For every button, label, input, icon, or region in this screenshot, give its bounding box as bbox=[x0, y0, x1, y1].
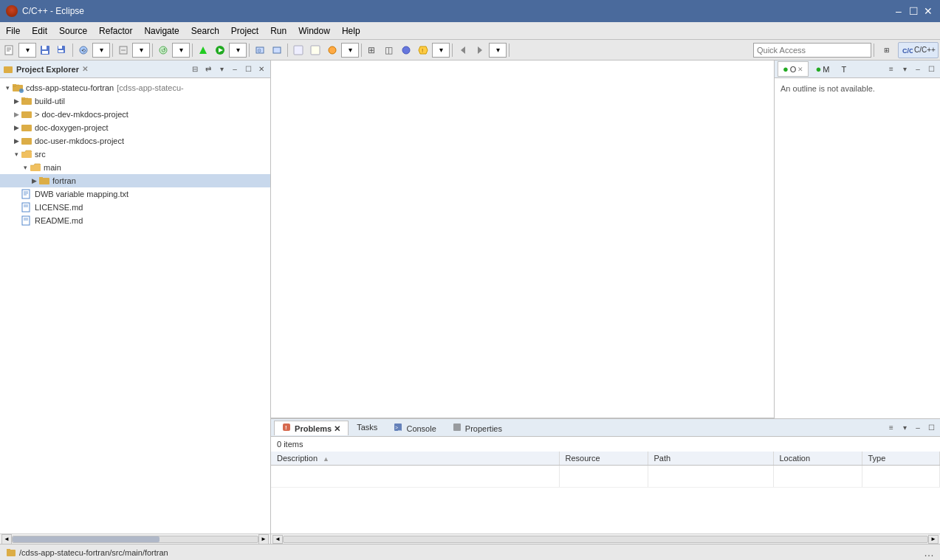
toolbar-dropdown-11[interactable]: ▾ bbox=[341, 43, 359, 58]
toolbar-btn-8[interactable] bbox=[269, 42, 285, 58]
toolbar-dropdown-5[interactable]: ▾ bbox=[172, 43, 190, 58]
bottom-maximize-button[interactable]: ☐ bbox=[925, 422, 937, 434]
menu-file[interactable]: File bbox=[0, 22, 26, 39]
tree-item-dwb[interactable]: DWB variable mapping.txt bbox=[0, 187, 270, 201]
tab-outline-close[interactable]: ✕ bbox=[797, 66, 803, 73]
close-window-button[interactable]: ✕ bbox=[922, 5, 934, 17]
col-type[interactable]: Type bbox=[862, 452, 940, 466]
tree-item-fortran[interactable]: ▶ fortran bbox=[0, 174, 270, 187]
bottom-minimize-button[interactable]: – bbox=[912, 422, 924, 434]
maximize-button[interactable]: ☐ bbox=[908, 5, 919, 17]
toolbar-debug-dropdown[interactable]: ▾ bbox=[432, 43, 450, 58]
menu-help[interactable]: Help bbox=[336, 22, 366, 39]
collapse-all-button[interactable]: ⊟ bbox=[189, 63, 201, 75]
tab-console[interactable]: >_ Console bbox=[385, 421, 444, 435]
toolbar-btn-4[interactable] bbox=[115, 42, 131, 58]
cpp-perspective-button[interactable]: C/C C/C++ bbox=[898, 42, 939, 58]
tree-item-doc-dev[interactable]: ▶ > doc-dev-mkdocs-project bbox=[0, 108, 270, 121]
tree-item-src[interactable]: ▾ src bbox=[0, 148, 270, 161]
outline-maximize-button[interactable]: ☐ bbox=[925, 63, 937, 75]
project-explorer-title: Project Explorer ✕ bbox=[3, 64, 88, 75]
bottom-menu-button[interactable]: ▾ bbox=[899, 422, 910, 434]
col-resource[interactable]: Resource bbox=[559, 452, 648, 466]
menu-run[interactable]: Run bbox=[264, 22, 292, 39]
menu-refactor[interactable]: Refactor bbox=[93, 22, 138, 39]
tab-problems[interactable]: ! Problems ✕ bbox=[274, 421, 349, 435]
toolbar-save-button[interactable] bbox=[37, 42, 53, 58]
eclipse-icon bbox=[6, 5, 18, 17]
menu-project[interactable]: Project bbox=[225, 22, 264, 39]
project-explorer-close-button[interactable]: ✕ bbox=[255, 63, 267, 75]
quick-access-input[interactable] bbox=[753, 43, 871, 58]
toolbar-btn-14[interactable] bbox=[398, 42, 414, 58]
toolbar-btn-11[interactable] bbox=[324, 42, 340, 58]
scroll-right-button[interactable]: ► bbox=[258, 534, 269, 545]
scrollthumb[interactable] bbox=[13, 536, 159, 542]
menu-search[interactable]: Search bbox=[185, 22, 225, 39]
problems-scrolltrack[interactable] bbox=[283, 536, 928, 543]
scroll-left-button[interactable]: ◄ bbox=[1, 534, 12, 545]
outline-minimize-button[interactable]: – bbox=[912, 63, 924, 75]
toolbar-dropdown-3[interactable]: ▾ bbox=[92, 43, 110, 58]
tree-item-build-util[interactable]: ▶ build-util bbox=[0, 94, 270, 108]
open-perspective-button[interactable]: ⊞ bbox=[876, 42, 897, 58]
tab-tasks[interactable]: Tasks bbox=[349, 421, 385, 435]
folder-icon bbox=[21, 122, 32, 134]
toolbar-btn-10[interactable] bbox=[307, 42, 323, 58]
outline-menu-button[interactable]: ▾ bbox=[899, 63, 910, 75]
toolbar-btn-9[interactable] bbox=[290, 42, 306, 58]
problems-filter-button[interactable]: ≡ bbox=[885, 422, 897, 434]
col-description[interactable]: Description ▲ bbox=[271, 452, 559, 466]
minimize-button[interactable]: – bbox=[893, 5, 905, 17]
horizontal-scrollbar[interactable]: ◄ ► bbox=[0, 533, 270, 544]
tree-item-readme[interactable]: README.md bbox=[0, 214, 270, 227]
project-explorer-maximize-button[interactable]: ☐ bbox=[242, 63, 254, 75]
toolbar-dropdown-4[interactable]: ▾ bbox=[132, 43, 150, 58]
toolbar-debug-button[interactable]: ! bbox=[415, 42, 431, 58]
outline-filter-button[interactable]: ≡ bbox=[885, 63, 897, 75]
problems-scrollbar[interactable]: ◄ ► bbox=[271, 533, 940, 544]
toolbar-saveall-button[interactable] bbox=[54, 42, 70, 58]
col-path[interactable]: Path bbox=[648, 452, 773, 466]
project-explorer-minimize-button[interactable]: – bbox=[229, 63, 241, 75]
toolbar-run-button[interactable] bbox=[212, 42, 228, 58]
toolbar-btn-3[interactable]: ⟲ bbox=[75, 42, 92, 58]
problems-scroll-right[interactable]: ► bbox=[928, 535, 939, 544]
tree-item-doc-doxygen[interactable]: ▶ doc-doxygen-project bbox=[0, 121, 270, 134]
problems-scroll-left[interactable]: ◄ bbox=[272, 535, 283, 544]
svg-text:⚙: ⚙ bbox=[257, 48, 261, 53]
tree-item-license[interactable]: LICENSE.md bbox=[0, 201, 270, 214]
menu-edit[interactable]: Edit bbox=[26, 22, 53, 39]
toolbar-btn-13[interactable]: ◫ bbox=[381, 42, 397, 58]
scrolltrack[interactable] bbox=[12, 536, 258, 543]
tree-project-root[interactable]: ▾ cdss-app-statecu-fortran [cdss-app-sta… bbox=[0, 81, 270, 94]
tree-item-main[interactable]: ▾ main bbox=[0, 161, 270, 174]
toolbar-back-button[interactable] bbox=[455, 42, 471, 58]
toolbar-nav-dropdown[interactable]: ▾ bbox=[489, 43, 507, 58]
tab-macro[interactable]: ● M bbox=[810, 61, 834, 77]
empty-row-cell bbox=[862, 466, 940, 488]
editor-content[interactable] bbox=[271, 61, 774, 418]
tab-types[interactable]: T bbox=[836, 63, 851, 76]
toolbar-new-dropdown[interactable]: ▾ bbox=[18, 43, 36, 58]
menu-bar: File Edit Source Refactor Navigate Searc… bbox=[0, 22, 940, 40]
col-location[interactable]: Location bbox=[773, 452, 862, 466]
menu-navigate[interactable]: Navigate bbox=[138, 22, 185, 39]
toolbar-new-button[interactable] bbox=[1, 42, 18, 58]
menu-source[interactable]: Source bbox=[53, 22, 93, 39]
problems-table: Description ▲ Resource Path Location Typ… bbox=[271, 452, 940, 488]
tab-properties[interactable]: Properties bbox=[445, 421, 510, 435]
toolbar-forward-button[interactable] bbox=[472, 42, 488, 58]
toolbar-btn-5[interactable]: ↺ bbox=[155, 42, 171, 58]
sync-button[interactable]: ⇄ bbox=[202, 63, 214, 75]
svg-point-27 bbox=[402, 46, 410, 54]
svg-rect-51 bbox=[22, 203, 30, 212]
tree-item-doc-user[interactable]: ▶ doc-user-mkdocs-project bbox=[0, 134, 270, 148]
menu-window[interactable]: Window bbox=[292, 22, 336, 39]
toolbar-btn-7[interactable]: ⚙ bbox=[252, 42, 268, 58]
project-explorer-menu-button[interactable]: ▾ bbox=[216, 63, 227, 75]
toolbar-run-dropdown[interactable]: ▾ bbox=[229, 43, 247, 58]
toolbar-btn-12[interactable]: ⊞ bbox=[364, 42, 380, 58]
tab-outline[interactable]: ● O ✕ bbox=[778, 61, 809, 77]
toolbar-btn-6[interactable] bbox=[195, 42, 211, 58]
